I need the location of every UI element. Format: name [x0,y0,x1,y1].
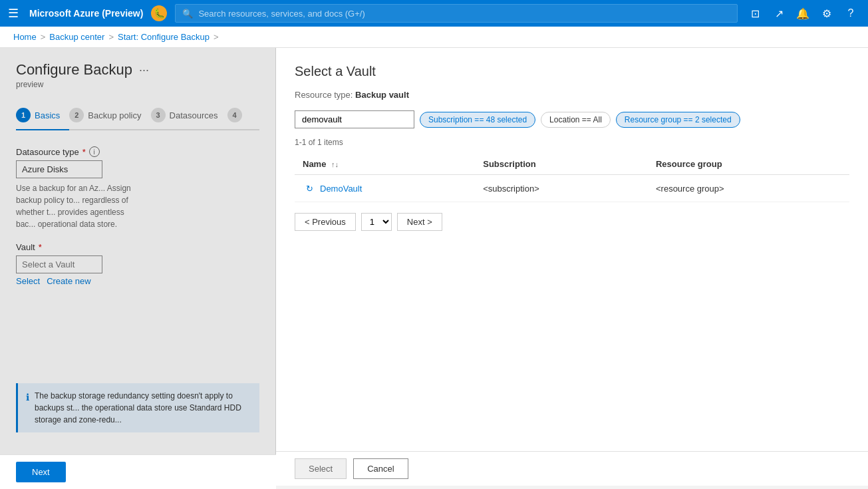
more-options-icon[interactable]: ··· [139,63,149,77]
next-page-button[interactable]: Next > [397,213,442,231]
filter-bar: Subscription == 48 selected Location == … [295,110,849,128]
vault-links: Select Create new [16,276,259,286]
info-banner-icon: ℹ [26,391,29,426]
previous-button[interactable]: < Previous [295,213,356,231]
cancel-button[interactable]: Cancel [353,458,408,479]
datasource-type-row: Datasource type * i Azure Disks Use a ba… [16,146,259,230]
bug-icon[interactable]: 🐛 [151,5,167,21]
step-datasources[interactable]: 3 Datasources [151,102,227,130]
step-basics[interactable]: 1 Basics [16,102,69,130]
search-bar[interactable]: 🔍 Search resources, services, and docs (… [175,4,738,23]
step-backup-policy-label: Backup policy [88,110,141,120]
datasource-label: Datasource type * i [16,146,259,157]
vault-label: Vault * [16,242,259,252]
location-chip[interactable]: Location == All [541,112,611,128]
step-backup-policy[interactable]: 2 Backup policy [69,102,150,130]
breadcrumb-sep1: > [41,32,46,42]
panel-title: Select a Vault [295,64,849,79]
step-circle-2: 2 [69,108,84,122]
step-datasources-label: Datasources [170,110,218,120]
info-banner-text: The backup storage redundancy setting do… [35,390,251,426]
required-star: * [82,147,86,157]
col-resource-group-header: Resource group [648,154,849,175]
breadcrumb-home[interactable]: Home [13,32,37,42]
vault-search-input[interactable] [295,110,414,128]
right-bottom-bar: Select Cancel [276,451,868,486]
topbar-icons: ⊡ ↗ 🔔 ⚙ ? [746,4,860,23]
table-row[interactable]: ↻ DemoVault <subscription> <resource gro… [295,175,849,202]
step-circle-3: 3 [151,108,166,122]
step-4[interactable]: 4 [227,102,251,130]
vault-required-star: * [39,242,42,252]
main-layout: Configure Backup ··· preview 1 Basics 2 … [0,48,868,486]
vault-icon: ↻ [303,182,316,195]
resource-group-chip[interactable]: Resource group == 2 selected [616,112,740,128]
topbar: ☰ Microsoft Azure (Preview) 🐛 🔍 Search r… [0,0,868,27]
page-title-text: Configure Backup [16,61,132,79]
step-circle-1: 1 [16,108,31,122]
info-banner: ℹ The backup storage redundancy setting … [16,383,259,432]
left-bottom-bar: Next [0,454,276,486]
vault-subscription-cell: <subscription> [475,175,648,202]
breadcrumb: Home > Backup center > Start: Configure … [0,27,868,48]
search-placeholder: Search resources, services, and docs (G+… [198,9,364,19]
steps-nav: 1 Basics 2 Backup policy 3 Datasources 4 [16,102,259,130]
col-subscription-header: Subscription [475,154,648,175]
help-icon[interactable]: ? [841,4,860,23]
vault-row: Vault * Select Create new [16,242,259,286]
sort-icon: ↑↓ [331,160,339,168]
step-basics-label: Basics [35,110,60,120]
feedback-icon[interactable]: ↗ [770,4,788,23]
page-subtitle: preview [16,80,259,89]
right-panel: Select a Vault Resource type: Backup vau… [276,48,868,486]
app-title: Microsoft Azure (Preview) [29,8,143,19]
datasource-input[interactable]: Azure Disks [16,160,102,178]
resource-type: Resource type: Backup vault [295,90,849,100]
settings-icon[interactable]: ⚙ [817,4,836,23]
create-new-link[interactable]: Create new [47,276,90,286]
vault-input[interactable] [16,255,102,273]
resource-type-value: Backup vault [355,90,409,100]
vault-table: Name ↑↓ Subscription Resource group ↻ [295,154,849,202]
col-name-header[interactable]: Name ↑↓ [295,154,475,175]
select-link[interactable]: Select [16,276,40,286]
subscription-chip[interactable]: Subscription == 48 selected [420,112,535,128]
breadcrumb-configure[interactable]: Start: Configure Backup [118,32,210,42]
page-title-row: Configure Backup ··· [16,61,259,79]
vault-resource-group-cell: <resource group> [648,175,849,202]
next-button[interactable]: Next [16,462,66,482]
step-circle-4: 4 [227,108,242,122]
pagination: < Previous 1 Next > [295,213,849,231]
results-count: 1-1 of 1 items [295,138,849,147]
breadcrumb-sep3: > [214,32,219,42]
breadcrumb-sep2: > [108,32,114,42]
search-icon: 🔍 [182,9,193,19]
hamburger-icon[interactable]: ☰ [8,6,19,21]
vault-name-cell: ↻ DemoVault [295,175,475,202]
datasource-info-icon[interactable]: i [89,146,100,157]
portal-icon[interactable]: ⊡ [746,4,764,23]
notification-icon[interactable]: 🔔 [794,4,812,23]
datasource-description: Use a backup for an Az... Assign backup … [16,182,136,230]
breadcrumb-backup-center[interactable]: Backup center [49,32,104,42]
select-button[interactable]: Select [295,458,347,479]
resource-type-label: Resource type: [295,90,353,100]
left-panel: Configure Backup ··· preview 1 Basics 2 … [0,48,276,486]
vault-name-link[interactable]: DemoVault [320,184,362,194]
page-select[interactable]: 1 [361,213,392,231]
